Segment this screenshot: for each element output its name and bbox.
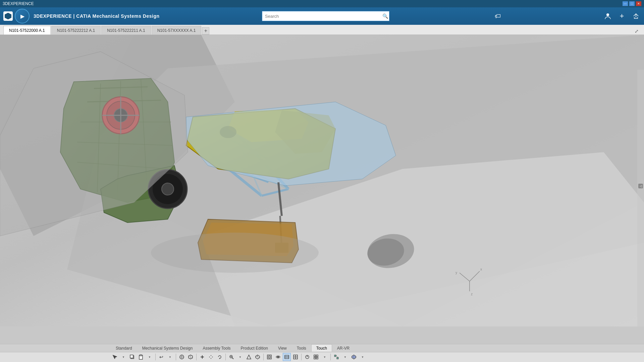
tool-view-iso[interactable]: [254, 353, 262, 361]
minimize-button[interactable]: —: [623, 1, 628, 6]
play-button[interactable]: ▶: [15, 9, 30, 23]
side-panel-icon[interactable]: ◁: [638, 184, 643, 188]
svg-point-66: [202, 356, 203, 358]
tab-3-label: N101-57XXXXXX A.1: [157, 28, 196, 33]
ds-logo-inner: [5, 13, 11, 19]
play-icon: ▶: [20, 13, 24, 19]
tab-2-label: N101-575222211 A.1: [107, 28, 145, 33]
tool-cube[interactable]: [186, 353, 195, 361]
svg-point-0: [606, 13, 609, 16]
tab-1-label: N101-575222212 A.1: [57, 28, 95, 33]
svg-point-34: [162, 183, 174, 195]
tool-copy[interactable]: [128, 353, 136, 361]
bottom-tab-msd[interactable]: Mechanical Systems Design: [137, 344, 198, 352]
tool-measure[interactable]: [303, 353, 311, 361]
tab-0[interactable]: N101-57522000 A.1: [3, 26, 51, 35]
tab-0-label: N101-57522000 A.1: [9, 28, 45, 33]
app-title: 3DEXPERIENCE | CATIA Mechanical Systems …: [34, 13, 160, 19]
viewport[interactable]: x y z ◁: [0, 35, 644, 326]
separator-4: [225, 354, 226, 360]
bottom-tab-view[interactable]: View: [273, 344, 292, 352]
svg-rect-89: [334, 355, 336, 357]
svg-rect-86: [316, 355, 318, 357]
svg-text:z: z: [471, 292, 473, 296]
add-tab-button[interactable]: +: [202, 27, 209, 35]
share-icon[interactable]: [631, 11, 641, 21]
tab-bar: N101-57522000 A.1 N101-575222212 A.1 N10…: [0, 25, 644, 35]
tool-section[interactable]: [283, 353, 291, 361]
tool-zoom[interactable]: [227, 353, 235, 361]
separator-3: [196, 354, 197, 360]
top-toolbar: ▶ 3DEXPERIENCE | CATIA Mechanical System…: [0, 7, 644, 25]
svg-text:x: x: [480, 267, 482, 271]
search-input[interactable]: [262, 11, 389, 21]
top-right-icons: +: [603, 11, 641, 21]
tool-eye[interactable]: [274, 353, 282, 361]
svg-rect-90: [337, 357, 338, 359]
brand-text: 3DEXPERIENCE: [34, 13, 72, 19]
title-bar-text: 3DEXPERIENCE: [3, 1, 34, 6]
tab-1[interactable]: N101-575222212 A.1: [51, 26, 101, 35]
bottom-tab-arvr[interactable]: AR-VR: [332, 344, 355, 352]
tool-undo[interactable]: ↩: [157, 353, 165, 361]
tool-move[interactable]: [207, 353, 215, 361]
close-button[interactable]: ✕: [636, 1, 641, 6]
app-text: CATIA: [76, 13, 91, 19]
separator-6: [301, 354, 302, 360]
tool-rotate[interactable]: [216, 353, 224, 361]
maximize-button[interactable]: □: [629, 1, 635, 6]
separator-1: [155, 354, 156, 360]
bottom-tab-touch[interactable]: Touch: [311, 344, 332, 352]
separator-7: [330, 354, 331, 360]
user-icon[interactable]: [603, 11, 612, 21]
viewport-svg: x y z: [0, 35, 644, 326]
bottom-tab-standard[interactable]: Standard: [111, 344, 137, 352]
separator-text: |: [72, 13, 76, 19]
bottom-tab-product[interactable]: Product Edition: [236, 344, 273, 352]
tool-zoom-dropdown[interactable]: ▼: [236, 353, 244, 361]
tool-select-dropdown[interactable]: ▼: [119, 353, 127, 361]
svg-marker-72: [247, 355, 251, 359]
right-panel: ◁: [637, 70, 644, 326]
tool-snap[interactable]: [178, 353, 186, 361]
tab-2[interactable]: N101-575222211 A.1: [101, 26, 151, 35]
tool-grid-dropdown[interactable]: ▼: [321, 353, 329, 361]
tab-3[interactable]: N101-57XXXXXX A.1: [152, 26, 202, 35]
tool-assemble-dropdown[interactable]: ▼: [341, 353, 349, 361]
add-icon[interactable]: +: [617, 11, 627, 21]
app-detail-text: Mechanical Systems Design: [91, 13, 159, 19]
logo-area: ▶: [3, 9, 30, 23]
tool-view-normal[interactable]: [245, 353, 253, 361]
tool-undo-dropdown[interactable]: ▼: [166, 353, 174, 361]
svg-rect-87: [314, 357, 316, 359]
title-bar-controls: — □ ✕: [623, 1, 641, 6]
tool-section-2[interactable]: [291, 353, 300, 361]
tool-cross[interactable]: [198, 353, 206, 361]
svg-point-53: [151, 233, 319, 273]
bottom-tools: ▼ ▼ ↩ ▼: [0, 352, 644, 362]
title-bar: 3DEXPERIENCE — □ ✕: [0, 0, 644, 7]
search-container: 🔍: [262, 11, 389, 21]
bottom-tab-assembly[interactable]: Assembly Tools: [198, 344, 235, 352]
expand-icon[interactable]: ⤢: [633, 28, 641, 35]
svg-line-69: [232, 358, 233, 359]
svg-point-78: [277, 356, 279, 358]
bottom-tabs: Standard Mechanical Systems Design Assem…: [0, 344, 644, 352]
bottom-tab-tools[interactable]: Tools: [292, 344, 311, 352]
search-button[interactable]: 🔍: [382, 13, 388, 19]
separator-5: [263, 354, 264, 360]
tool-grid[interactable]: [312, 353, 320, 361]
svg-rect-55: [130, 355, 133, 358]
svg-rect-57: [140, 355, 142, 356]
tool-paste[interactable]: [137, 353, 145, 361]
tool-assemble[interactable]: [332, 353, 340, 361]
tool-select[interactable]: [111, 353, 119, 361]
ds-logo[interactable]: [3, 11, 13, 21]
tool-paste-dropdown[interactable]: ▼: [146, 353, 154, 361]
svg-point-77: [268, 356, 271, 358]
tool-component-dropdown[interactable]: ▼: [359, 353, 367, 361]
tag-icon[interactable]: 🏷: [495, 13, 501, 20]
tool-component[interactable]: [350, 353, 358, 361]
svg-rect-88: [316, 357, 318, 359]
tool-render[interactable]: [265, 353, 273, 361]
